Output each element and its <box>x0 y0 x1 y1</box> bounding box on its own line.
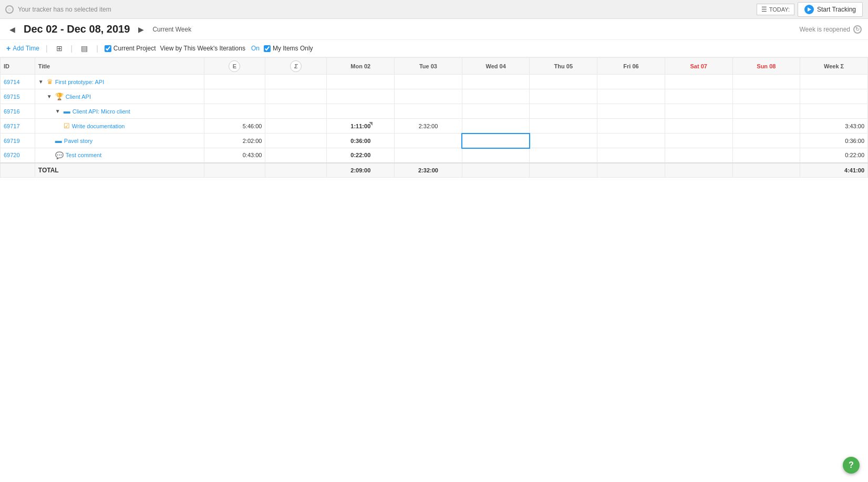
item-id-link[interactable]: 69720 <box>4 152 20 158</box>
separator-1: | <box>44 44 50 53</box>
item-id-link[interactable]: 69716 <box>4 108 20 115</box>
row-sigma <box>265 134 327 148</box>
grid-icon-button[interactable]: ⊞ <box>54 43 65 54</box>
row-thu[interactable] <box>530 148 597 163</box>
task-icon: ☑ <box>64 122 70 130</box>
row-sun[interactable] <box>732 89 800 104</box>
item-title-link[interactable]: Pavel story <box>64 138 92 144</box>
table-row: 69715 ▼ 🏆 Client API <box>1 89 868 104</box>
row-title: ▬ Pavel story <box>35 134 204 148</box>
row-thu[interactable] <box>530 89 597 104</box>
row-thu[interactable] <box>530 104 597 119</box>
start-tracking-button[interactable]: Start Tracking <box>798 2 863 17</box>
row-mon[interactable]: 0:36:00 <box>327 134 395 148</box>
header-title: Title <box>35 58 204 75</box>
header-sat: Sat 07 <box>665 58 732 75</box>
row-wed[interactable] <box>462 148 530 163</box>
item-title-link[interactable]: Client API <box>66 94 91 100</box>
total-fri <box>597 163 665 178</box>
row-sat[interactable] <box>665 119 732 134</box>
row-sun[interactable] <box>732 104 800 119</box>
item-title-link[interactable]: Client API: Micro client <box>73 108 130 115</box>
sigma-circle-btn[interactable]: Σ <box>290 60 302 72</box>
current-project-checkbox[interactable] <box>105 45 111 52</box>
row-week-sigma <box>800 75 868 89</box>
item-title-link[interactable]: Test comment <box>66 152 101 158</box>
current-project-checkbox-label[interactable]: Current Project <box>105 45 156 52</box>
row-mon[interactable] <box>327 104 395 119</box>
table-row: 69720 💬 Test comment 0:43:00 0:22:00 0:2… <box>1 148 868 163</box>
row-mon[interactable]: 0:22:00 <box>327 148 395 163</box>
item-title-link[interactable]: First prototype: API <box>55 79 105 85</box>
row-tue[interactable] <box>395 134 462 148</box>
item-id-link[interactable]: 69714 <box>4 79 20 85</box>
tree-expand-icon[interactable]: ▼ <box>38 79 44 85</box>
row-tue[interactable] <box>395 89 462 104</box>
row-fri[interactable] <box>597 119 665 134</box>
comment-icon: 💬 <box>55 151 64 159</box>
row-wed[interactable] <box>462 119 530 134</box>
time-table: ID Title E Σ Mon 02 Tue 03 Wed 04 Thu 05… <box>0 57 868 178</box>
row-wed[interactable] <box>462 89 530 104</box>
reopen-icon[interactable]: ↻ <box>853 25 862 34</box>
row-wed[interactable] <box>462 75 530 89</box>
row-thu[interactable] <box>530 119 597 134</box>
next-week-button[interactable]: ▶ <box>135 24 147 35</box>
row-sun[interactable] <box>732 75 800 89</box>
tree-expand-icon[interactable]: ▼ <box>55 108 60 114</box>
item-title-link[interactable]: Write documentation <box>72 123 125 129</box>
e-circle-btn[interactable]: E <box>229 60 240 72</box>
row-sun[interactable] <box>732 119 800 134</box>
add-time-label: Add Time <box>13 45 39 52</box>
row-sat[interactable] <box>665 75 732 89</box>
add-time-button[interactable]: + Add Time <box>6 44 39 53</box>
row-tue[interactable] <box>395 104 462 119</box>
row-mon[interactable]: 1:11:00 <box>327 119 395 134</box>
row-thu[interactable] <box>530 75 597 89</box>
row-sun[interactable] <box>732 134 800 148</box>
row-tue[interactable] <box>395 75 462 89</box>
layout-icon-button[interactable]: ▤ <box>79 43 90 54</box>
row-fri[interactable] <box>597 134 665 148</box>
my-items-only-checkbox[interactable] <box>264 45 271 52</box>
row-sat[interactable] <box>665 104 732 119</box>
row-sun[interactable] <box>732 148 800 163</box>
row-fri[interactable] <box>597 148 665 163</box>
row-sat[interactable] <box>665 148 732 163</box>
row-fri[interactable] <box>597 75 665 89</box>
row-mon[interactable] <box>327 89 395 104</box>
row-mon[interactable] <box>327 75 395 89</box>
row-sat[interactable] <box>665 134 732 148</box>
row-tue[interactable]: 2:32:00 <box>395 119 462 134</box>
view-by-label: View by This Week's Iterations <box>160 45 245 52</box>
header-tue: Tue 03 <box>395 58 462 75</box>
row-id: 69720 <box>1 148 35 163</box>
start-tracking-label: Start Tracking <box>817 6 856 13</box>
prev-week-button[interactable]: ◀ <box>6 24 18 35</box>
row-tue[interactable] <box>395 148 462 163</box>
item-id-link[interactable]: 69717 <box>4 123 20 129</box>
row-fri[interactable] <box>597 89 665 104</box>
separator-2: | <box>69 44 75 53</box>
week-nav: ◀ Dec 02 - Dec 08, 2019 ▶ Current Week W… <box>0 19 868 40</box>
row-id: 69714 <box>1 75 35 89</box>
total-row: TOTAL 2:09:00 2:32:00 4:41:00 <box>1 163 868 178</box>
header-e: E <box>204 58 265 75</box>
today-button[interactable]: ☰ TODAY: <box>757 4 794 15</box>
row-sat[interactable] <box>665 89 732 104</box>
header-id: ID <box>1 58 35 75</box>
total-e <box>204 163 265 178</box>
row-wed[interactable] <box>462 104 530 119</box>
row-week-sigma: 3:43:00 <box>800 119 868 134</box>
row-title: ▼ 🏆 Client API <box>35 89 204 104</box>
row-thu[interactable] <box>530 134 597 148</box>
row-wed[interactable] <box>462 134 530 148</box>
item-id-link[interactable]: 69715 <box>4 94 20 100</box>
crown-icon: ♛ <box>47 78 53 86</box>
item-id-link[interactable]: 69719 <box>4 138 20 144</box>
row-fri[interactable] <box>597 104 665 119</box>
my-items-only-checkbox-label[interactable]: My Items Only <box>264 45 313 52</box>
story-icon-2: ▬ <box>55 137 62 145</box>
tree-expand-icon[interactable]: ▼ <box>47 94 52 99</box>
header-thu: Thu 05 <box>530 58 597 75</box>
